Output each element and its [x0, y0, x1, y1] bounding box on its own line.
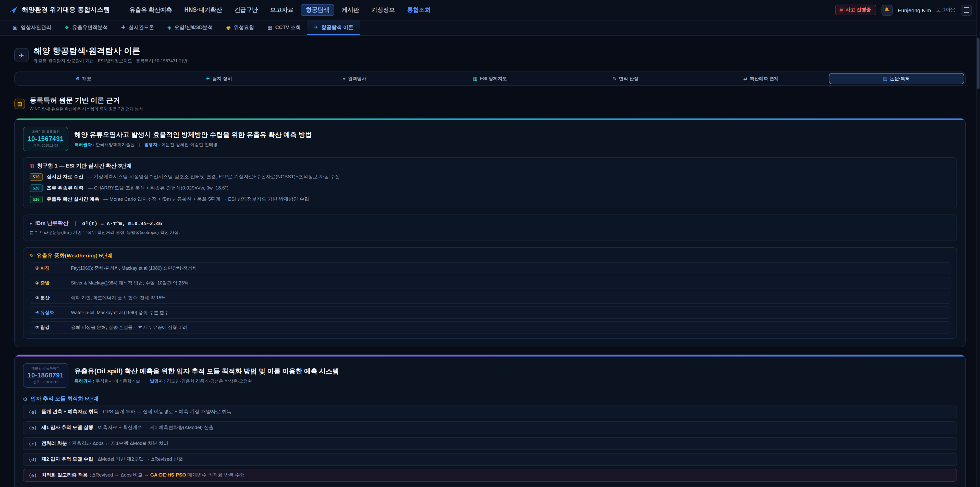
owner-label: 특허권자 :: [74, 378, 94, 383]
subnav-tab-image-photo-mgmt[interactable]: ▣ 영상사진관리: [6, 21, 58, 35]
subnav-label: 영상사진관리: [21, 24, 51, 31]
patent-registration-badge: 대한민국 등록특허 10-1868791 등록: 2018.06.12: [23, 363, 68, 388]
app-viewport: 해양환경 위기대응 통합시스템 유출유 확산예측 HNS·대기확산 긴급구난 보…: [0, 0, 980, 487]
step-desc: : 예측자료 + 확산계수 → 제1 예측변화량(ΔModel) 산출: [95, 425, 213, 431]
pill-tab-area-calculation[interactable]: ✎ 면적 산정: [558, 73, 693, 84]
area-analysis-icon: ❖: [65, 24, 69, 30]
weathering-stage-label: ④ 유상화: [35, 309, 71, 316]
user-name[interactable]: Eunjeong Kim: [897, 7, 931, 13]
inventors-value: 김도연·김용혁·김종기·김성운·박상윤·오정환: [167, 378, 252, 383]
subnav-tab-pollution-ship-3d[interactable]: ◈ 오염/선박3D분석: [161, 21, 220, 35]
claim-panel-header: ▥ 청구항 1 — ESI 기반 실시간 확산 3단계: [30, 163, 950, 169]
vertical-scrollbar[interactable]: [977, 0, 980, 487]
page-title: 해양 항공탐색·원격탐사 이론: [34, 46, 188, 57]
menu-item-integrated-search[interactable]: 통합조회: [402, 4, 436, 16]
step-key: (d): [29, 457, 37, 462]
subnav-label: 항공탐색 이론: [321, 24, 353, 31]
patent-number: 10-1567431: [27, 135, 64, 142]
weathering-stage-desc: 쇄파 기인, 파도에너지·풍속 함수, 전체 약 15%: [71, 294, 165, 301]
weathering-row: ① 퍼짐 Fay(1969): 중력·관성력, Mackay et al.(19…: [30, 262, 950, 274]
step-desc: : 관측결과 Δobs ↔ 제1모델 ΔModel 차분 처리: [69, 440, 169, 447]
hamburger-menu-button[interactable]: [961, 4, 972, 16]
weathering-stage-label: ⑤ 침강: [35, 324, 71, 331]
fbm-divider: |: [75, 220, 76, 226]
patent-number: 10-1868791: [27, 372, 64, 379]
pill-label: 면적 산정: [619, 75, 638, 82]
menu-item-emergency-rescue[interactable]: 긴급구난: [229, 4, 263, 16]
plane-icon: ✈: [314, 24, 318, 30]
sub-navigation: ▣ 영상사진관리 ❖ 유출유면적분석 ✚ 실시간드론 ◈ 오염/선박3D분석 ◉…: [0, 21, 980, 36]
weathering-row: ④ 유상화 Water-in-oil, Mackay et al.(1980) …: [30, 307, 950, 319]
map-icon: ▦: [473, 76, 477, 81]
weathering-stage-label: ③ 분산: [35, 294, 71, 301]
weathering-panel: ✎ 유출유 풍화(Weathering) 5단계 ① 퍼짐 Fay(1969):…: [23, 247, 957, 339]
claim-step-s30: S30 유출유 확산 실시간 예측 — Monte Carlo 입자추적 + f…: [30, 196, 950, 203]
page-subtitle: 유출유 원격탐지·항공감시 기법 · ESI 방제정보지도 · 등록특허 10-…: [34, 58, 188, 64]
subnav-label: CCTV 조회: [275, 24, 301, 31]
menu-item-oil-spill-forecast[interactable]: 유출유 확산예측: [124, 4, 177, 16]
subnav-label: 유출유면적분석: [72, 24, 108, 31]
scrollbar-thumb[interactable]: [977, 38, 980, 89]
step-desc: : ΔRevised ↔ Δobs 비교 → GA·DE·HS·PSO 매개변수…: [90, 472, 245, 479]
patent-header: 대한민국 등록특허 10-1567431 등록: 2015.11.03 해양 유…: [23, 127, 957, 151]
step-badge: S10: [30, 173, 43, 181]
menu-item-reports[interactable]: 보고자료: [265, 4, 299, 16]
menu-item-hns-dispersion[interactable]: HNS·대기확산: [179, 4, 227, 16]
pill-tab-overview[interactable]: ⊕ 개요: [16, 73, 151, 84]
step-badge: S30: [30, 196, 43, 203]
link-icon: ⇄: [743, 76, 747, 81]
menu-item-weather-info[interactable]: 기상정보: [366, 4, 400, 16]
logout-link[interactable]: 로그아웃: [936, 6, 956, 13]
section-header: ▤ 등록특허 원문 기반 이론 근거 WING 탑재 유출유 확산예측 시스템의…: [14, 96, 966, 112]
step-key: (e): [29, 473, 37, 478]
step-name: 제2 입자 추적 모델 수립: [41, 456, 94, 463]
subnav-label: 오염/선박3D분석: [174, 24, 213, 31]
menu-item-board[interactable]: 게시판: [337, 4, 364, 16]
subnav-tab-realtime-drone[interactable]: ✚ 실시간드론: [115, 21, 161, 35]
pill-label: 개요: [82, 75, 91, 82]
radar-icon: ⌖: [343, 76, 345, 81]
inventors-value: 이문진·김혜진·이승현·전태병: [161, 142, 218, 147]
step-name: 실시간 자료 수신: [47, 174, 83, 180]
dot-icon: ●: [30, 221, 32, 225]
patent-card-1567431: 대한민국 등록특허 10-1567431 등록: 2015.11.03 해양 유…: [14, 118, 966, 347]
pill-label: 탐지 장비: [212, 75, 232, 82]
subnav-tab-satellite-request[interactable]: ◉ 위성요청: [220, 21, 261, 35]
weathering-stage-label: ② 증발: [35, 279, 71, 286]
incident-status-badge[interactable]: 사고 진행중: [835, 5, 876, 15]
patent-reg-date: 등록: 2015.11.03: [27, 144, 64, 148]
satellite-icon: ◉: [226, 24, 231, 30]
notifications-button[interactable]: [881, 4, 892, 16]
subnav-label: 위성요청: [234, 24, 254, 31]
optimization-step-e: (e) 최적화 알고리즘 적용 : ΔRevised ↔ Δobs 비교 → G…: [23, 469, 957, 482]
step-key: (c): [29, 441, 37, 446]
main-menu: 유출유 확산예측 HNS·대기확산 긴급구난 보고자료 항공탐색 게시판 기상정…: [124, 4, 835, 16]
page-plane-icon: ✈: [14, 48, 29, 62]
fbm-header: ● fBm 난류확산 | σ²(t) = A·t^m, m=0.45~2.46: [30, 220, 950, 227]
pill-tab-esi-map[interactable]: ▦ ESI 방제지도: [422, 73, 558, 84]
pill-tab-diffusion-link[interactable]: ⇄ 확산예측 연계: [693, 73, 829, 84]
patent-reg-date: 등록: 2018.06.12: [27, 380, 64, 385]
subnav-tab-oil-area-analysis[interactable]: ❖ 유출유면적분석: [58, 21, 115, 35]
weathering-title: 유출유 풍화(Weathering) 5단계: [37, 252, 113, 259]
pill-tab-detection-equipment[interactable]: ✈ 탐지 장비: [151, 73, 287, 84]
pill-label: 확산예측 연계: [750, 75, 779, 82]
book-icon: ▤: [14, 99, 25, 109]
step-desc: — CHARRY모델 조화분석 + 취송류 경험식(0.029×Vw, θw+1…: [88, 185, 229, 192]
claim-book-icon: ▥: [30, 163, 34, 169]
subnav-tab-aerial-search-theory[interactable]: ✈ 항공탐색 이론: [307, 21, 360, 35]
inventors-label: 발명자 :: [145, 142, 160, 147]
main-content: ✈ 해양 항공탐색·원격탐사 이론 유출유 원격탐지·항공감시 기법 · ESI…: [0, 36, 980, 487]
pill-tab-papers-patents[interactable]: ▤ 논문·특허: [829, 73, 964, 84]
menu-item-aerial-search[interactable]: 항공탐색: [301, 4, 334, 16]
optimization-step-c: (c) 전처리 차분 : 관측결과 Δobs ↔ 제1모델 ΔModel 차분 …: [23, 437, 957, 450]
incident-label: 사고 진행중: [845, 6, 871, 13]
brand[interactable]: 해양환경 위기대응 통합시스템: [8, 5, 110, 15]
pill-label: ESI 방제지도: [480, 75, 507, 82]
pill-tab-remote-sensing[interactable]: ⌖ 원격탐사: [287, 73, 422, 84]
section-title: 등록특허 원문 기반 이론 근거: [30, 96, 143, 105]
patent-country: 대한민국 등록특허: [27, 366, 64, 371]
step-name: 최적화 알고리즘 적용: [41, 472, 88, 479]
subnav-tab-cctv-view[interactable]: ▦ CCTV 조회: [261, 21, 307, 35]
subnav-label: 실시간드론: [129, 24, 154, 31]
